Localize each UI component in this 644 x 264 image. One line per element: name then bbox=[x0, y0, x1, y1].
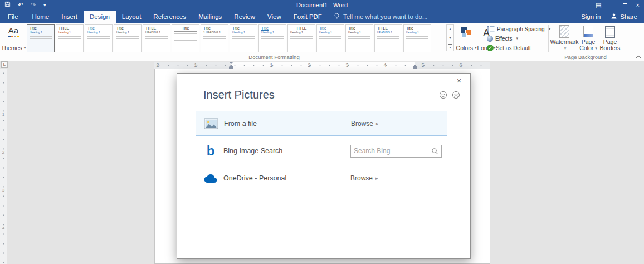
gallery-scroll-up-button[interactable]: ▲ bbox=[446, 24, 454, 33]
title-bar: ↶ ↷ ▾ Document1 - Word ▤ – × bbox=[0, 0, 644, 11]
minimize-icon[interactable]: – bbox=[610, 0, 613, 11]
style-set-item[interactable]: Title Heading 1 bbox=[27, 24, 55, 52]
style-set-item[interactable]: Title bbox=[172, 24, 199, 52]
from-file-option[interactable]: From a file Browse▸ bbox=[196, 111, 447, 136]
sign-in-link[interactable]: Sign in bbox=[581, 13, 601, 20]
paragraph-spacing-button[interactable]: Paragraph Spacing▾ bbox=[487, 25, 547, 33]
ruler-number: 2 bbox=[0, 150, 7, 155]
ribbon-tab-foxit-pdf[interactable]: Foxit PDF bbox=[287, 11, 328, 23]
dialog-title: Insert Pictures bbox=[203, 89, 275, 101]
page-color-button[interactable]: Page Color▾ bbox=[578, 24, 598, 52]
indent-marker-right[interactable] bbox=[413, 64, 417, 69]
option-label: Bing Image Search bbox=[223, 147, 282, 155]
themes-icon: Aa bbox=[8, 26, 19, 37]
window-controls: ▤ – × bbox=[596, 0, 640, 11]
feedback-icons bbox=[439, 91, 460, 99]
style-set-item[interactable]: Title Heading 1 bbox=[85, 24, 113, 52]
chevron-right-icon: ▸ bbox=[375, 175, 378, 181]
ruler-numbers: 21123456 bbox=[154, 62, 490, 69]
tell-me-placeholder: Tell me what you want to do... bbox=[343, 13, 428, 20]
ribbon-tab-home[interactable]: Home bbox=[26, 11, 56, 23]
window-title: Document1 - Word bbox=[0, 0, 644, 11]
share-button[interactable]: Share bbox=[611, 13, 637, 21]
style-set-item[interactable]: Title 1 HEADING 1 bbox=[201, 24, 228, 52]
ribbon-tabs: FileHomeInsertDesignLayoutReferencesMail… bbox=[0, 11, 328, 23]
share-label: Share bbox=[620, 13, 637, 20]
effects-button[interactable]: Effects▾ bbox=[487, 34, 547, 43]
page-color-icon bbox=[583, 26, 593, 37]
feedback-sad-icon[interactable] bbox=[452, 91, 460, 99]
style-set-item[interactable]: Title Heading 1 bbox=[230, 24, 257, 52]
ribbon-tab-view[interactable]: View bbox=[261, 11, 287, 23]
colors-button[interactable]: Colors▾ bbox=[456, 24, 477, 52]
vertical-ruler[interactable]: 1234 bbox=[0, 69, 7, 264]
option-label: OneDrive - Personal bbox=[223, 174, 286, 182]
style-set-item[interactable]: Title Heading 1 bbox=[114, 24, 142, 52]
ruler-number: 4 bbox=[0, 226, 7, 231]
person-icon bbox=[611, 13, 617, 21]
chevron-right-icon: ▸ bbox=[376, 121, 379, 126]
ribbon-tab-design[interactable]: Design bbox=[84, 11, 116, 23]
style-set-item[interactable]: Title Heading 1 bbox=[316, 24, 344, 52]
themes-button[interactable]: Aa Themes▾ bbox=[2, 24, 25, 52]
colors-icon bbox=[460, 26, 472, 40]
group-divider bbox=[623, 25, 623, 52]
ruler-number: 1 bbox=[194, 62, 197, 69]
ribbon-tab-references[interactable]: References bbox=[147, 11, 192, 23]
ruler-number: 1 bbox=[0, 112, 7, 117]
bing-search-box bbox=[350, 145, 442, 158]
close-window-icon[interactable]: × bbox=[636, 0, 640, 11]
ribbon-tab-layout[interactable]: Layout bbox=[116, 11, 148, 23]
ribbon-tab-mailings[interactable]: Mailings bbox=[192, 11, 228, 23]
ruler-row: L 21123456 bbox=[0, 61, 644, 69]
close-icon[interactable]: × bbox=[455, 76, 464, 85]
page-borders-icon bbox=[605, 26, 615, 38]
document-area: 1234 × Insert Pictures From a file bbox=[0, 69, 644, 264]
page-borders-button[interactable]: Page Borders bbox=[598, 24, 622, 52]
horizontal-ruler[interactable]: 21123456 bbox=[154, 62, 490, 69]
ribbon-display-options-icon[interactable]: ▤ bbox=[596, 0, 601, 11]
gallery-scroll-down-button[interactable]: ▼ bbox=[446, 33, 454, 42]
style-set-item[interactable]: Title Heading 1 bbox=[345, 24, 373, 52]
option-label: From a file bbox=[224, 120, 257, 128]
indent-marker-left[interactable] bbox=[229, 62, 233, 69]
ribbon-tab-row: FileHomeInsertDesignLayoutReferencesMail… bbox=[0, 11, 644, 23]
vertical-ruler-numbers: 1234 bbox=[0, 69, 7, 264]
account-area: Sign in Share bbox=[581, 11, 644, 23]
style-set-item[interactable]: TITLE Heading 1 bbox=[287, 24, 315, 52]
ruler-number: 6 bbox=[459, 62, 462, 69]
browse-file-link[interactable]: Browse▸ bbox=[351, 120, 379, 128]
group-label-document-formatting: Document Formatting bbox=[0, 54, 548, 60]
bing-search-input[interactable] bbox=[354, 147, 431, 155]
ruler-number: 1 bbox=[270, 62, 272, 69]
ribbon-group-labels: Document Formatting Page Background bbox=[0, 53, 644, 61]
style-set-item[interactable]: Title Heading 1 bbox=[403, 24, 431, 52]
style-set-gallery: Title Heading 1 TITLE heading 1 Title He… bbox=[27, 24, 445, 52]
style-set-item[interactable]: TITLE HEADING 1 bbox=[143, 24, 170, 52]
ribbon-tab-insert[interactable]: Insert bbox=[55, 11, 84, 23]
paragraph-formatting-group: Paragraph Spacing▾ Effects▾ ✓ Set as Def… bbox=[487, 25, 547, 52]
picture-file-icon bbox=[203, 118, 219, 129]
paragraph-spacing-icon bbox=[487, 25, 495, 33]
style-set-item[interactable]: TITLE heading 1 bbox=[56, 24, 84, 52]
tab-selector[interactable]: L bbox=[1, 61, 8, 68]
watermark-icon bbox=[559, 25, 569, 38]
effects-icon bbox=[487, 36, 493, 42]
ribbon-tab-file[interactable]: File bbox=[0, 11, 26, 23]
ruler-number: 4 bbox=[383, 62, 386, 69]
feedback-happy-icon[interactable] bbox=[439, 91, 447, 99]
style-set-item[interactable]: TITLE HEADING 1 bbox=[374, 24, 402, 52]
bing-icon: b bbox=[202, 144, 219, 158]
ribbon-tab-review[interactable]: Review bbox=[228, 11, 261, 23]
restore-icon[interactable] bbox=[623, 3, 627, 7]
browse-onedrive-link[interactable]: Browse▸ bbox=[350, 174, 378, 182]
collapse-ribbon-icon[interactable] bbox=[636, 55, 641, 58]
bing-image-search-option[interactable]: b Bing Image Search bbox=[196, 141, 447, 160]
tell-me-box[interactable]: Tell me what you want to do... bbox=[328, 11, 433, 23]
search-icon[interactable] bbox=[431, 148, 438, 155]
style-set-item[interactable]: Title Heading 1 bbox=[258, 24, 286, 52]
gallery-more-button[interactable]: ▾ bbox=[446, 42, 454, 51]
watermark-button[interactable]: Watermark ▾ bbox=[552, 24, 577, 52]
onedrive-option[interactable]: OneDrive - Personal Browse▸ bbox=[196, 167, 447, 189]
set-as-default-button[interactable]: ✓ Set as Default bbox=[487, 43, 547, 52]
